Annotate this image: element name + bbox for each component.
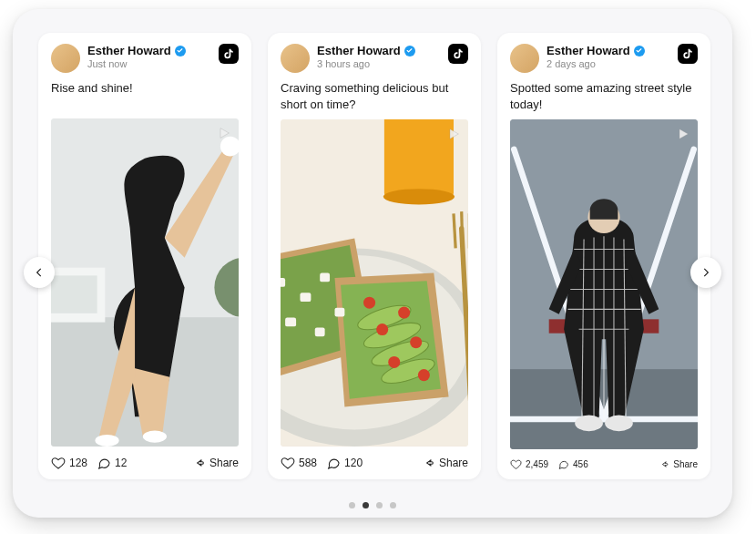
comment-button[interactable]: 456: [557, 458, 588, 470]
play-icon: [444, 125, 463, 143]
carousel-frame: Esther Howard Just now Rise and shine!: [13, 9, 732, 518]
author-block: Esther Howard Just now: [87, 44, 211, 69]
svg-rect-9: [384, 119, 454, 199]
svg-line-31: [462, 211, 463, 248]
svg-point-5: [95, 435, 118, 447]
share-label: Share: [673, 459, 698, 469]
platform-badge: [219, 44, 239, 64]
engagement-bar: 2,459 456 Share: [510, 449, 698, 470]
verified-badge-icon: [175, 46, 186, 56]
svg-line-30: [454, 213, 455, 248]
svg-point-18: [398, 307, 410, 319]
share-icon: [191, 456, 206, 470]
author-name[interactable]: Esther Howard: [317, 44, 401, 57]
share-label: Share: [209, 457, 239, 469]
post-caption: Spotted some amazing street style today!: [510, 80, 698, 112]
svg-point-17: [363, 297, 375, 309]
like-count: 588: [299, 457, 317, 469]
svg-rect-23: [281, 278, 285, 287]
post-time: 3 hours ago: [317, 58, 441, 69]
svg-point-48: [605, 416, 633, 432]
svg-point-10: [383, 189, 455, 204]
post-caption: Rise and shine!: [51, 80, 239, 111]
platform-badge: [448, 44, 468, 64]
carousel-dot[interactable]: [376, 502, 383, 508]
author-name[interactable]: Esther Howard: [547, 44, 630, 57]
comment-icon: [97, 456, 111, 470]
comment-button[interactable]: 12: [97, 456, 127, 470]
like-button[interactable]: 128: [51, 456, 87, 470]
svg-rect-3: [51, 275, 97, 313]
comment-count: 12: [115, 457, 127, 469]
play-icon: [674, 125, 692, 143]
media-illustration: [510, 119, 698, 449]
avatar[interactable]: [51, 44, 80, 73]
author-block: Esther Howard 3 hours ago: [317, 44, 441, 69]
svg-point-19: [376, 323, 388, 335]
post-header: Esther Howard 3 hours ago: [281, 44, 468, 73]
author-name[interactable]: Esther Howard: [87, 44, 171, 57]
verified-badge-icon: [634, 46, 645, 56]
post-media[interactable]: [51, 118, 239, 447]
avatar[interactable]: [281, 44, 310, 73]
like-button[interactable]: 588: [281, 456, 317, 470]
svg-rect-24: [300, 293, 311, 302]
heart-icon: [281, 456, 295, 470]
post-caption: Craving something delicious but short on…: [281, 80, 468, 112]
post-card[interactable]: Esther Howard 2 days ago Spotted some am…: [497, 33, 710, 479]
heart-icon: [510, 458, 522, 470]
share-button[interactable]: Share: [191, 456, 239, 470]
tiktok-icon: [222, 47, 235, 60]
svg-rect-27: [315, 327, 325, 336]
comment-count: 456: [573, 459, 588, 469]
svg-rect-28: [334, 308, 344, 317]
avatar[interactable]: [510, 44, 539, 73]
platform-badge: [678, 44, 698, 64]
carousel-dot[interactable]: [349, 502, 355, 508]
heart-icon: [51, 456, 66, 470]
share-label: Share: [439, 457, 468, 469]
like-button[interactable]: 2,459: [510, 458, 548, 470]
svg-point-6: [143, 431, 167, 443]
svg-rect-26: [285, 318, 296, 327]
carousel-dot[interactable]: [390, 502, 396, 508]
like-count: 2,459: [526, 459, 548, 469]
comment-icon: [557, 458, 569, 470]
share-button[interactable]: Share: [658, 458, 698, 470]
share-icon: [421, 456, 435, 470]
comment-count: 120: [344, 457, 363, 469]
share-button[interactable]: Share: [421, 456, 468, 470]
share-icon: [658, 458, 669, 470]
post-media[interactable]: [510, 119, 698, 449]
play-icon: [215, 124, 233, 142]
post-media[interactable]: [281, 119, 468, 447]
tiktok-icon: [452, 47, 465, 60]
engagement-bar: 128 12 Share: [51, 447, 239, 470]
svg-point-47: [575, 416, 603, 432]
carousel-track: Esther Howard Just now Rise and shine!: [13, 9, 732, 518]
svg-rect-25: [320, 273, 330, 282]
chevron-left-icon: [33, 266, 46, 279]
tiktok-icon: [681, 47, 694, 60]
post-time: 2 days ago: [547, 58, 670, 69]
post-card[interactable]: Esther Howard 3 hours ago Craving someth…: [268, 33, 481, 479]
carousel-next-button[interactable]: [690, 257, 721, 288]
author-block: Esther Howard 2 days ago: [547, 44, 670, 69]
verified-badge-icon: [404, 46, 415, 56]
carousel-dots: [13, 502, 732, 508]
like-count: 128: [69, 457, 87, 469]
svg-point-22: [418, 369, 430, 381]
media-illustration: [51, 118, 239, 447]
chevron-right-icon: [700, 266, 712, 279]
post-header: Esther Howard 2 days ago: [510, 44, 698, 73]
svg-point-20: [410, 336, 422, 348]
comment-button[interactable]: 120: [326, 456, 363, 470]
post-time: Just now: [87, 58, 211, 69]
post-header: Esther Howard Just now: [51, 44, 239, 73]
carousel-dot[interactable]: [363, 502, 369, 508]
media-illustration: [281, 119, 468, 447]
post-card[interactable]: Esther Howard Just now Rise and shine!: [38, 33, 251, 479]
carousel-prev-button[interactable]: [24, 257, 55, 288]
engagement-bar: 588 120 Share: [281, 447, 468, 470]
svg-point-21: [388, 356, 400, 368]
